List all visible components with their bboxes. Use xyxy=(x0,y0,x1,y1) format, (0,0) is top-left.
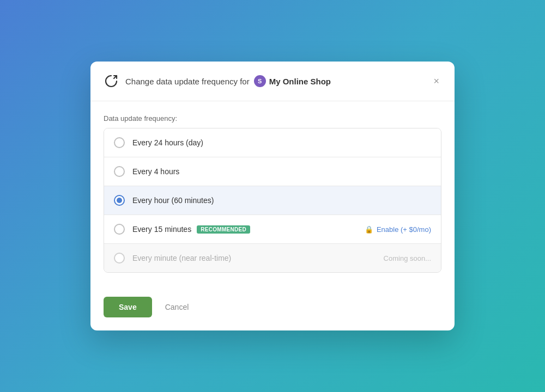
lock-icon: 🔒 xyxy=(365,225,373,234)
option-24h[interactable]: Every 24 hours (day) xyxy=(104,128,441,157)
option-label-4h: Every 4 hours xyxy=(132,167,431,176)
option-label-1m: Every minute (near real-time) xyxy=(132,254,376,262)
recommended-badge: Recommended xyxy=(197,225,250,234)
shop-icon: S xyxy=(254,75,266,87)
shop-name: My Online Shop xyxy=(269,77,331,86)
modal-title: Change data update frequency for S My On… xyxy=(125,75,425,87)
radio-15m xyxy=(114,224,125,235)
radio-4h xyxy=(114,166,125,177)
modal-dialog: Change data update frequency for S My On… xyxy=(90,62,455,330)
option-1m: Every minute (near real-time) Coming soo… xyxy=(104,244,441,272)
option-label-1h: Every hour (60 minutes) xyxy=(132,196,431,205)
save-button[interactable]: Save xyxy=(104,297,152,317)
option-label-15m: Every 15 minutes Recommended xyxy=(132,225,357,234)
cancel-button[interactable]: Cancel xyxy=(161,297,193,317)
coming-soon-label: Coming soon... xyxy=(384,254,431,262)
refresh-icon xyxy=(104,74,119,89)
radio-24h xyxy=(114,137,125,148)
option-1h[interactable]: Every hour (60 minutes) xyxy=(104,186,441,215)
title-prefix: Change data update frequency for xyxy=(125,77,250,86)
enable-label: Enable (+ $0/mo) xyxy=(377,225,431,234)
radio-inner-1h xyxy=(117,198,122,203)
option-15m[interactable]: Every 15 minutes Recommended 🔒 Enable (+… xyxy=(104,215,441,244)
label-text-15m: Every 15 minutes xyxy=(132,225,191,234)
modal-body: Data update frequency: Every 24 hours (d… xyxy=(90,101,455,288)
option-label-24h: Every 24 hours (day) xyxy=(132,138,431,147)
section-label: Data update frequency: xyxy=(104,114,441,122)
option-4h[interactable]: Every 4 hours xyxy=(104,157,441,186)
shop-badge: S My Online Shop xyxy=(254,75,331,87)
modal-header: Change data update frequency for S My On… xyxy=(90,62,455,101)
radio-1h xyxy=(114,195,125,206)
options-container: Every 24 hours (day) Every 4 hours Every… xyxy=(104,128,441,273)
enable-action[interactable]: 🔒 Enable (+ $0/mo) xyxy=(365,225,431,234)
radio-1m xyxy=(114,253,125,264)
close-button[interactable]: × xyxy=(431,74,441,88)
modal-footer: Save Cancel xyxy=(90,288,455,330)
